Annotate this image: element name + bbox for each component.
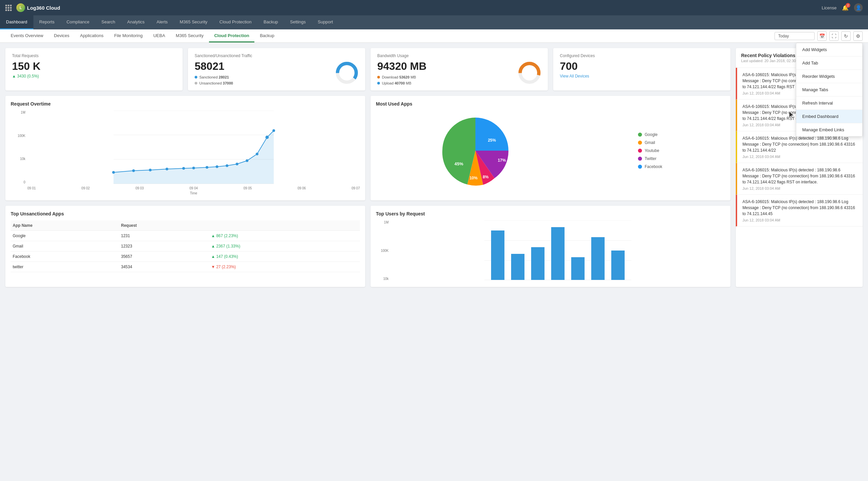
date-filter-input[interactable] (775, 32, 814, 40)
bandwidth-info: 94320 MB Download 53620 MB Upload 40700 … (377, 60, 518, 85)
bottom-row: Top Unsanctioned Apps App Name Request G (5, 206, 731, 287)
nav-item-cloud-protection[interactable]: Cloud Protection (213, 16, 257, 29)
req-twitter: 34534 (119, 262, 209, 272)
app-name: Log360 Cloud (27, 5, 60, 11)
legend-upload: Upload 40700 MB (377, 81, 518, 85)
grid-menu-icon[interactable] (5, 5, 12, 11)
req-gmail: 12323 (119, 241, 209, 251)
download-dot (377, 76, 380, 79)
x-tick-0902: 09 02 (82, 186, 90, 190)
gmail-label: Gmail (645, 140, 655, 145)
fullscreen-icon-btn[interactable]: ⛶ (829, 31, 839, 41)
dropdown-embed-dashboard[interactable]: Embed Dashboard (796, 110, 862, 123)
subnav-devices[interactable]: Devices (49, 29, 75, 42)
svg-rect-31 (491, 231, 504, 280)
subnav-applications[interactable]: Applications (75, 29, 109, 42)
x-axis-label: Time (27, 191, 360, 195)
unsanctioned-title: Top Unsanctioned Apps (11, 211, 360, 216)
bandwidth-donut-chart (518, 61, 541, 85)
x-tick-0904: 09 04 (189, 186, 198, 190)
col-change (209, 220, 360, 231)
nav-item-search[interactable]: Search (95, 16, 121, 29)
nav-item-compliance[interactable]: Compliance (60, 16, 95, 29)
subnav-file-monitoring[interactable]: File Monitoring (109, 29, 148, 42)
svg-rect-37 (611, 250, 625, 280)
total-requests-sub: ▲ 3430 (0.5%) (12, 74, 176, 79)
col-app-name: App Name (11, 220, 119, 231)
nav-item-reports[interactable]: Reports (33, 16, 61, 29)
dropdown-manage-embed-links[interactable]: Manage Embed Links (796, 123, 862, 136)
subnav-cloud-protection[interactable]: Cloud Protection (209, 29, 255, 42)
req-facebook: 35657 (119, 251, 209, 262)
subnav-events-overview[interactable]: Events Overview (5, 29, 49, 42)
svg-point-14 (206, 166, 208, 169)
bandwidth-value: 94320 MB (377, 60, 518, 72)
y-tick-100k: 100K (11, 134, 25, 138)
bar-y-labels: 1M 100K 10k (376, 220, 389, 280)
upload-legend-label: Upload 40700 MB (382, 81, 411, 85)
svg-point-18 (246, 159, 248, 162)
violation-time-5: Jun 12, 2018 03:04 AM (742, 218, 857, 222)
dropdown-reorder-widgets[interactable]: Reorder Widgets (796, 70, 862, 83)
header-right: License 🔔 2 👤 (822, 3, 863, 12)
refresh-icon-btn[interactable]: ↻ (841, 31, 850, 41)
dropdown-refresh-interval[interactable]: Refresh Interval (796, 96, 862, 110)
violation-text-5: ASA-6-106015: Malicious IP(s) detected :… (742, 199, 857, 217)
twitter-label: Twitter (645, 156, 656, 161)
settings-dropdown-menu: Add Widgets Add Tab Reorder Widgets Mana… (796, 43, 863, 137)
bar-y-100k: 100K (376, 249, 389, 252)
nav-item-dashboard[interactable]: Dashboard (0, 16, 33, 29)
svg-rect-35 (571, 257, 585, 280)
bar-chart-container: 1M 100K 10k (376, 220, 725, 281)
top-users-title: Top Users by Request (376, 211, 725, 216)
change-twitter: ▼ 27 (2.23%) (209, 262, 360, 272)
nav-item-settings[interactable]: Settings (284, 16, 312, 29)
svg-rect-34 (551, 227, 564, 280)
view-all-devices-link[interactable]: View All Devices (560, 74, 724, 79)
notification-bell[interactable]: 🔔 2 (842, 5, 849, 11)
dropdown-manage-tabs[interactable]: Manage Tabs (796, 83, 862, 96)
bandwidth-label: Bandwidth Usage (377, 54, 541, 58)
svg-point-16 (226, 164, 228, 167)
main-content: Total Requests 150 K ▲ 3430 (0.5%) Sanct… (0, 43, 868, 292)
dropdown-add-tab[interactable]: Add Tab (796, 56, 862, 70)
sub-nav-right: 📅 ⛶ ↻ ⚙ (775, 29, 863, 42)
nav-item-alerts[interactable]: Alerts (151, 16, 174, 29)
youtube-dot (638, 149, 642, 153)
x-tick-0907: 09 07 (351, 186, 360, 190)
stat-card-sanctioned: Sanctioned/Unsanctioned Traffic 58021 Sa… (188, 48, 365, 91)
x-tick-0905: 09 05 (243, 186, 252, 190)
chart-overtime-title: Request Overtime (11, 101, 360, 107)
youtube-label: Youtube (645, 148, 659, 153)
stat-card-bandwidth: Bandwidth Usage 94320 MB Download 53620 … (371, 48, 548, 91)
settings-icon-btn[interactable]: ⚙ (853, 31, 863, 41)
app-gmail: Gmail (11, 241, 119, 251)
nav-item-m365security[interactable]: M365 Security (174, 16, 213, 29)
user-avatar[interactable]: 👤 (854, 3, 863, 12)
nav-item-backup[interactable]: Backup (257, 16, 284, 29)
subnav-ueba[interactable]: UEBA (148, 29, 170, 42)
calendar-icon-btn[interactable]: 📅 (817, 31, 827, 41)
sanctioned-donut-chart (335, 61, 359, 85)
subnav-backup[interactable]: Backup (254, 29, 279, 42)
change-google: ▲ 867 (2.23%) (209, 231, 360, 241)
dropdown-add-widgets[interactable]: Add Widgets (796, 43, 862, 56)
app-twitter: twitter (11, 262, 119, 272)
svg-text:8%: 8% (483, 175, 489, 179)
arrow-up-icon: ▲ (12, 74, 16, 79)
nav-item-support[interactable]: Support (312, 16, 339, 29)
legend-twitter: Twitter (638, 156, 662, 161)
google-dot (638, 132, 642, 137)
pie-chart-svg: 25% 17% 8% 10% 45% (439, 114, 512, 187)
total-requests-label: Total Requests (12, 54, 176, 58)
subnav-m365-security[interactable]: M365 Security (170, 29, 209, 42)
twitter-dot (638, 157, 642, 161)
violation-item-4: ASA-6-106015: Malicious IP(s) detected :… (736, 163, 863, 195)
license-link[interactable]: License (822, 5, 837, 10)
y-tick-10k: 10k (11, 157, 25, 161)
bar-chart-svg (391, 220, 725, 280)
download-legend-label: Download 53620 MB (382, 75, 416, 79)
violation-text-3: ASA-6-106015: Malicious IP(s) detected :… (742, 135, 857, 153)
nav-item-analytics[interactable]: Analytics (121, 16, 151, 29)
total-requests-value: 150 K (12, 60, 176, 72)
